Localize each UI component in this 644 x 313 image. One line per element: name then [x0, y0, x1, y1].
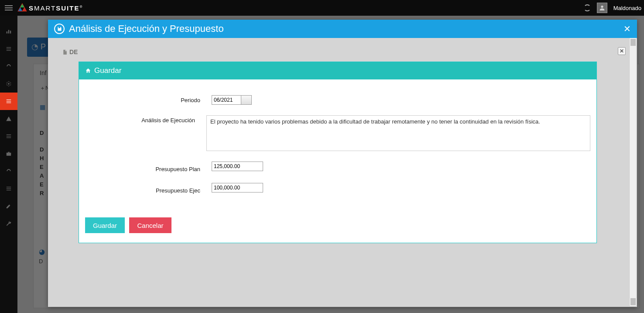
nav-rail	[0, 16, 17, 313]
svg-rect-10	[7, 50, 11, 51]
svg-rect-20	[7, 187, 11, 187]
analisis-label: Análisis de Ejecución	[85, 115, 206, 124]
nav-item-pencil[interactable]	[0, 197, 17, 215]
inner-modal: Guardar Periodo Análisis de Ejecución	[79, 62, 597, 243]
svg-rect-17	[7, 138, 11, 138]
periodo-label: Periodo	[85, 95, 212, 103]
periodo-input[interactable]	[212, 95, 241, 105]
document-icon	[62, 49, 68, 55]
inner-modal-header: Guardar	[79, 62, 596, 79]
svg-point-11	[8, 83, 10, 85]
analisis-textarea[interactable]	[206, 115, 590, 151]
de-section-close-button[interactable]: ✕	[618, 47, 626, 55]
svg-rect-16	[7, 136, 11, 136]
inner-modal-form: Periodo Análisis de Ejecución Pre	[79, 79, 596, 243]
svg-rect-12	[7, 100, 11, 100]
cancelar-button[interactable]: Cancelar	[129, 217, 171, 233]
guardar-button[interactable]: Guardar	[85, 217, 125, 233]
svg-rect-5	[7, 31, 7, 34]
svg-rect-18	[7, 153, 11, 156]
brand-logo-area[interactable]: SMARTSUITE®	[17, 3, 83, 13]
svg-rect-15	[7, 134, 11, 135]
de-section-header: DE ✕	[58, 48, 626, 56]
sync-icon[interactable]	[584, 4, 591, 11]
svg-rect-9	[7, 48, 11, 49]
nav-item-chart[interactable]	[0, 23, 17, 40]
presupuesto-ejec-label: Presupuesto Ejec	[85, 183, 212, 194]
outer-modal-scrollbar[interactable]	[629, 38, 636, 306]
svg-rect-19	[8, 152, 10, 153]
de-section-label: DE	[69, 48, 78, 55]
presupuesto-plan-label: Presupuesto Plan	[85, 162, 212, 172]
brand-name: SMARTSUITE®	[29, 4, 83, 12]
presupuesto-ejec-input[interactable]	[212, 183, 263, 193]
user-avatar[interactable]	[597, 3, 607, 13]
svg-rect-22	[7, 190, 11, 190]
nav-item-gear[interactable]	[0, 75, 17, 93]
nav-item-alert[interactable]	[0, 110, 17, 127]
svg-rect-8	[7, 47, 11, 48]
svg-rect-6	[8, 30, 9, 34]
nav-item-list-3[interactable]	[0, 180, 17, 197]
brand-triangle-icon	[17, 3, 27, 13]
nav-item-gauge-2[interactable]	[0, 162, 17, 180]
outer-modal-header: Análisis de Ejecución y Presupuesto ✕	[48, 20, 637, 38]
nav-item-wrench[interactable]	[0, 215, 17, 232]
nav-item-list-2[interactable]	[0, 127, 17, 145]
periodo-datepicker-button[interactable]	[241, 95, 252, 105]
outer-modal-save-icon	[54, 24, 65, 34]
outer-modal: Análisis de Ejecución y Presupuesto ✕ DE…	[48, 20, 637, 307]
top-bar: SMARTSUITE® Maldonado	[0, 0, 644, 16]
svg-rect-21	[7, 188, 11, 189]
outer-modal-body: DE ✕ Guardar Periodo	[48, 38, 637, 307]
user-name[interactable]: Maldonado	[613, 5, 641, 11]
svg-rect-7	[10, 31, 11, 33]
svg-rect-14	[7, 103, 11, 103]
nav-item-list-1[interactable]	[0, 40, 17, 58]
home-icon	[85, 68, 91, 74]
presupuesto-plan-input[interactable]	[212, 162, 263, 171]
outer-modal-close-button[interactable]: ✕	[623, 24, 631, 34]
nav-item-gauge[interactable]	[0, 58, 17, 75]
svg-point-4	[601, 6, 603, 8]
nav-item-active-list[interactable]	[0, 93, 17, 110]
nav-item-briefcase[interactable]	[0, 145, 17, 162]
hamburger-menu-button[interactable]	[0, 0, 17, 16]
inner-modal-title: Guardar	[94, 66, 121, 75]
svg-rect-13	[7, 101, 11, 101]
outer-modal-title: Análisis de Ejecución y Presupuesto	[69, 23, 224, 34]
